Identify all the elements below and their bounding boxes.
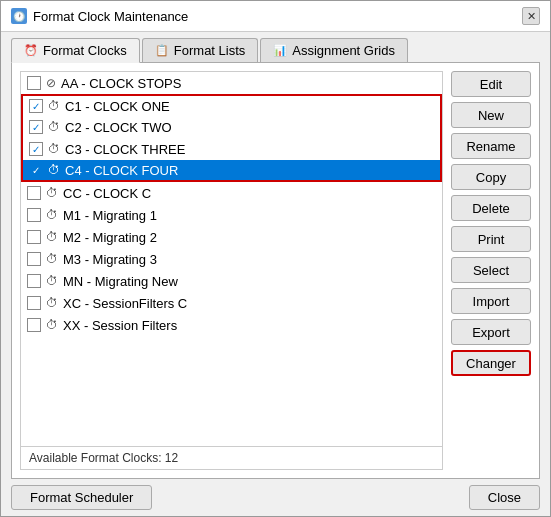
list-checkbox[interactable]: ✓: [29, 120, 43, 134]
list-checkbox[interactable]: [27, 208, 41, 222]
tab-assignment-grids[interactable]: 📊 Assignment Grids: [260, 38, 408, 62]
list-item-icon: ⏱: [48, 120, 60, 134]
close-button[interactable]: Close: [469, 485, 540, 510]
list-panel: ⊘ AA - CLOCK STOPS ✓ ⏱ C1 - CLOCK ONE ✓ …: [20, 71, 443, 470]
close-window-button[interactable]: ✕: [522, 7, 540, 25]
list-item-label: MN - Migrating New: [63, 274, 178, 289]
list-item-icon: ⏱: [48, 142, 60, 156]
list-item-label: C3 - CLOCK THREE: [65, 142, 185, 157]
list-item-label: C1 - CLOCK ONE: [65, 99, 170, 114]
export-button[interactable]: Export: [451, 319, 531, 345]
list-item-icon: ⏱: [46, 230, 58, 244]
list-item-label: C4 - CLOCK FOUR: [65, 163, 178, 178]
list-item[interactable]: ⏱ XC - SessionFilters C: [21, 292, 442, 314]
tab-assignment-grids-icon: 📊: [273, 44, 287, 57]
list-item-icon: ⏱: [48, 99, 60, 113]
list-item[interactable]: ⏱ XX - Session Filters: [21, 314, 442, 336]
tabs-bar: ⏰ Format Clocks 📋 Format Lists 📊 Assignm…: [1, 32, 550, 62]
status-count: 12: [165, 451, 178, 465]
list-item[interactable]: ✓ ⏱ C3 - CLOCK THREE: [21, 138, 442, 160]
list-item-icon: ⏱: [46, 274, 58, 288]
list-item-label: XC - SessionFilters C: [63, 296, 187, 311]
copy-button[interactable]: Copy: [451, 164, 531, 190]
main-window: 🕐 Format Clock Maintenance ✕ ⏰ Format Cl…: [0, 0, 551, 517]
tab-format-lists[interactable]: 📋 Format Lists: [142, 38, 259, 62]
list-checkbox[interactable]: [27, 318, 41, 332]
status-bar: Available Format Clocks: 12: [21, 446, 442, 469]
list-item-icon: ⏱: [46, 318, 58, 332]
list-item-label: C2 - CLOCK TWO: [65, 120, 172, 135]
list-item-icon: ⏱: [46, 296, 58, 310]
title-bar-left: 🕐 Format Clock Maintenance: [11, 8, 188, 24]
list-checkbox[interactable]: [27, 296, 41, 310]
tab-format-lists-label: Format Lists: [174, 43, 246, 58]
list-item-icon: ⏱: [46, 186, 58, 200]
status-label: Available Format Clocks:: [29, 451, 162, 465]
tab-format-clocks-label: Format Clocks: [43, 43, 127, 58]
list-item[interactable]: ✓ ⏱ C4 - CLOCK FOUR: [21, 160, 442, 182]
select-button[interactable]: Select: [451, 257, 531, 283]
tab-assignment-grids-label: Assignment Grids: [292, 43, 395, 58]
list-item[interactable]: ✓ ⏱ C1 - CLOCK ONE: [21, 94, 442, 116]
list-item-icon: ⏱: [46, 252, 58, 266]
window-icon: 🕐: [11, 8, 27, 24]
import-button[interactable]: Import: [451, 288, 531, 314]
list-item[interactable]: ⏱ CC - CLOCK C: [21, 182, 442, 204]
edit-button[interactable]: Edit: [451, 71, 531, 97]
list-item-label: M2 - Migrating 2: [63, 230, 157, 245]
tab-format-lists-icon: 📋: [155, 44, 169, 57]
rename-button[interactable]: Rename: [451, 133, 531, 159]
list-item-label: CC - CLOCK C: [63, 186, 151, 201]
list-item-icon: ⏱: [46, 208, 58, 222]
list-item-icon: ⏱: [48, 163, 60, 177]
list-item-label: M3 - Migrating 3: [63, 252, 157, 267]
buttons-panel: Edit New Rename Copy Delete Print Select…: [451, 71, 531, 470]
list-checkbox[interactable]: [27, 230, 41, 244]
delete-button[interactable]: Delete: [451, 195, 531, 221]
print-button[interactable]: Print: [451, 226, 531, 252]
tab-format-clocks[interactable]: ⏰ Format Clocks: [11, 38, 140, 63]
list-item[interactable]: ⏱ MN - Migrating New: [21, 270, 442, 292]
main-content: ⊘ AA - CLOCK STOPS ✓ ⏱ C1 - CLOCK ONE ✓ …: [12, 63, 539, 478]
list-checkbox[interactable]: [27, 252, 41, 266]
list-item[interactable]: ⏱ M3 - Migrating 3: [21, 248, 442, 270]
list-checkbox[interactable]: ✓: [29, 142, 43, 156]
list-container[interactable]: ⊘ AA - CLOCK STOPS ✓ ⏱ C1 - CLOCK ONE ✓ …: [21, 72, 442, 446]
list-item[interactable]: ✓ ⏱ C2 - CLOCK TWO: [21, 116, 442, 138]
list-checkbox[interactable]: [27, 186, 41, 200]
list-checkbox[interactable]: ✓: [29, 99, 43, 113]
footer: Format Scheduler Close: [1, 479, 550, 516]
tab-format-clocks-icon: ⏰: [24, 44, 38, 57]
window-title: Format Clock Maintenance: [33, 9, 188, 24]
list-item-label: M1 - Migrating 1: [63, 208, 157, 223]
list-item-icon: ⊘: [46, 76, 56, 90]
title-bar: 🕐 Format Clock Maintenance ✕: [1, 1, 550, 32]
list-item[interactable]: ⏱ M1 - Migrating 1: [21, 204, 442, 226]
list-checkbox[interactable]: ✓: [29, 163, 43, 177]
content-area: ⊘ AA - CLOCK STOPS ✓ ⏱ C1 - CLOCK ONE ✓ …: [11, 62, 540, 479]
list-item-label: XX - Session Filters: [63, 318, 177, 333]
list-checkbox[interactable]: [27, 274, 41, 288]
format-scheduler-button[interactable]: Format Scheduler: [11, 485, 152, 510]
new-button[interactable]: New: [451, 102, 531, 128]
changer-button[interactable]: Changer: [451, 350, 531, 376]
list-item[interactable]: ⊘ AA - CLOCK STOPS: [21, 72, 442, 94]
list-item-label: AA - CLOCK STOPS: [61, 76, 181, 91]
list-checkbox[interactable]: [27, 76, 41, 90]
list-item[interactable]: ⏱ M2 - Migrating 2: [21, 226, 442, 248]
